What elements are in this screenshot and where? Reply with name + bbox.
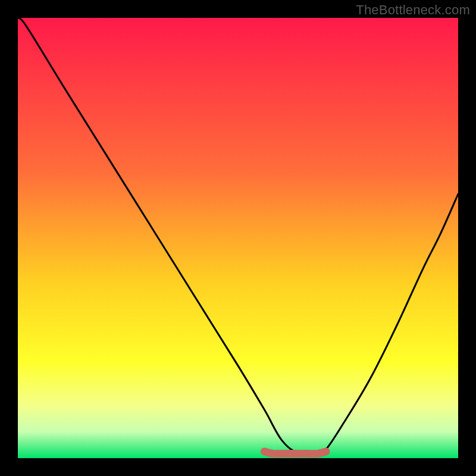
main-curve-path: [18, 18, 458, 455]
accent-band-path: [264, 452, 326, 454]
curve-svg: [18, 18, 458, 458]
chart-stage: TheBottleneck.com: [0, 0, 476, 476]
watermark-text: TheBottleneck.com: [356, 2, 470, 18]
plot-area: [18, 18, 458, 458]
